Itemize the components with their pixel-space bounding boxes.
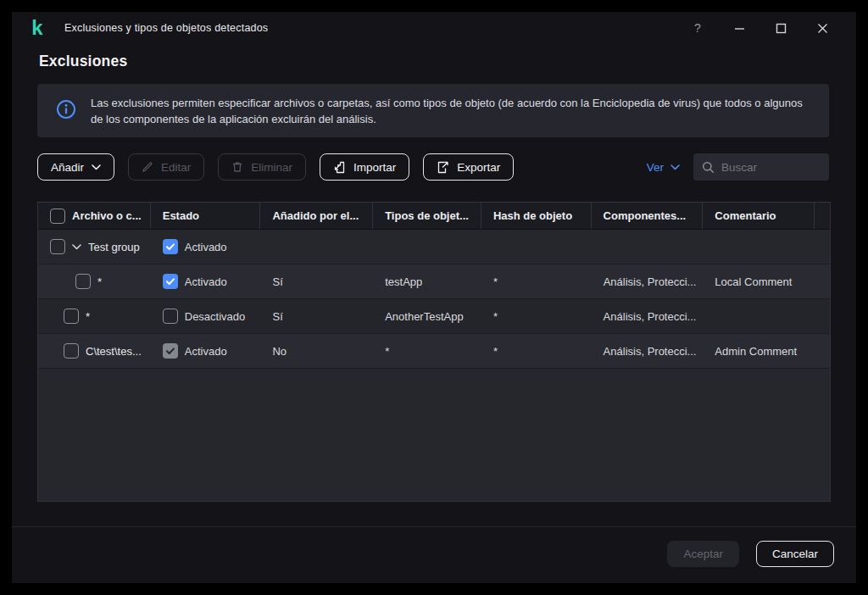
- cell-anadido: No: [260, 334, 373, 368]
- estado-label: Desactivado: [185, 310, 246, 323]
- cell-hash: [481, 230, 592, 264]
- row-name: C\test\tes...: [86, 345, 142, 358]
- cell-comentario: Admin Comment: [703, 334, 815, 368]
- cell-spacer: [815, 230, 830, 264]
- table-row[interactable]: Test group Activado: [38, 230, 830, 264]
- edit-button-label: Editar: [161, 161, 191, 174]
- table-body: Test group Activado * Activado Sí testAp…: [38, 230, 830, 369]
- cell-comentario: Local Comment: [703, 264, 815, 298]
- select-all-checkbox[interactable]: [50, 209, 65, 224]
- cell-hash: *: [481, 299, 592, 333]
- header-anadido[interactable]: Añadido por el...: [260, 203, 373, 229]
- cell-hash: *: [481, 334, 592, 368]
- delete-button-label: Eliminar: [251, 161, 292, 174]
- cell-tipos: *: [373, 334, 481, 368]
- estado-checkbox[interactable]: [163, 274, 178, 289]
- cell-componentes: [592, 230, 704, 264]
- cell-spacer: [815, 299, 830, 333]
- header-comentario[interactable]: Comentario: [703, 203, 815, 229]
- close-button[interactable]: [815, 21, 829, 35]
- maximize-button[interactable]: [774, 21, 787, 35]
- estado-checkbox[interactable]: [163, 343, 178, 359]
- view-dropdown[interactable]: Ver: [647, 161, 680, 174]
- estado-label: Activado: [185, 275, 227, 288]
- cell-anadido: Sí: [261, 264, 374, 298]
- search-box: [693, 153, 829, 181]
- cell-anadido: [260, 230, 373, 264]
- trash-icon: [231, 161, 243, 173]
- cell-estado: Activado: [151, 334, 261, 368]
- pencil-icon: [142, 161, 153, 173]
- cell-componentes: Análisis, Protecci...: [592, 264, 704, 298]
- cell-comentario: [703, 230, 815, 264]
- import-button[interactable]: Importar: [320, 153, 409, 181]
- cell-estado: Desactivado: [151, 299, 261, 333]
- info-text: Las exclusiones permiten especificar arc…: [91, 95, 810, 127]
- cell-estado: Activado: [151, 264, 261, 298]
- search-input[interactable]: [721, 161, 821, 174]
- minimize-button[interactable]: [732, 21, 746, 35]
- cancel-button[interactable]: Cancelar: [756, 541, 834, 567]
- row-select-checkbox[interactable]: [64, 343, 79, 359]
- toolbar: Añadir Editar Eliminar Importar Exportar…: [37, 153, 829, 181]
- row-select-checkbox[interactable]: [64, 309, 79, 324]
- cell-tipos: testApp: [373, 264, 481, 298]
- estado-checkbox[interactable]: [163, 309, 178, 324]
- window-controls: ?: [691, 21, 843, 35]
- cell-name: *: [38, 299, 151, 333]
- header-componentes[interactable]: Componentes...: [592, 203, 704, 229]
- info-banner: Las exclusiones permiten especificar arc…: [37, 84, 829, 137]
- cell-componentes: Análisis, Protecci...: [592, 299, 704, 333]
- table-header: Archivo o c... Estado Añadido por el... …: [37, 202, 831, 230]
- edit-button[interactable]: Editar: [128, 153, 204, 181]
- chevron-down-icon[interactable]: [72, 244, 81, 250]
- cell-hash: *: [481, 264, 592, 298]
- row-select-checkbox[interactable]: [50, 239, 65, 254]
- cell-name: C\test\tes...: [38, 334, 151, 368]
- view-dropdown-label: Ver: [647, 161, 664, 174]
- row-name: Test group: [88, 241, 140, 253]
- app-window: k Exclusiones y tipos de objetos detecta…: [12, 12, 856, 583]
- row-select-checkbox[interactable]: [75, 274, 91, 289]
- add-button[interactable]: Añadir: [37, 153, 114, 181]
- title-bar: k Exclusiones y tipos de objetos detecta…: [12, 12, 856, 44]
- cell-estado: Activado: [151, 230, 261, 264]
- cell-componentes: Análisis, Protecci...: [592, 334, 704, 368]
- add-button-label: Añadir: [51, 161, 84, 174]
- table-row[interactable]: * Desactivado Sí AnotherTestApp * Anális…: [38, 299, 830, 334]
- header-hash[interactable]: Hash de objeto: [481, 203, 592, 229]
- table-row[interactable]: C\test\tes... Activado No * * Análisis, …: [38, 334, 830, 369]
- chevron-down-icon: [92, 164, 101, 170]
- import-button-label: Importar: [353, 161, 396, 174]
- estado-checkbox[interactable]: [163, 239, 178, 254]
- exclusions-table: Archivo o c... Estado Añadido por el... …: [37, 203, 831, 502]
- cell-spacer: [815, 264, 830, 298]
- header-archivo[interactable]: Archivo o c...: [38, 203, 151, 229]
- ok-button[interactable]: Aceptar: [667, 541, 739, 567]
- search-icon: [702, 161, 715, 174]
- footer: Aceptar Cancelar: [12, 541, 834, 567]
- page-title: Exclusiones: [39, 53, 127, 70]
- info-icon: [56, 99, 76, 123]
- cell-tipos: [373, 230, 481, 264]
- row-name: *: [97, 275, 102, 288]
- row-name: *: [86, 310, 90, 323]
- cell-name: Test group: [38, 230, 151, 264]
- chevron-down-icon: [670, 164, 680, 170]
- help-button[interactable]: ?: [691, 21, 704, 35]
- cell-name: *: [38, 264, 151, 298]
- footer-divider: [12, 526, 856, 527]
- header-tipos[interactable]: Tipos de objet...: [373, 203, 481, 229]
- cell-comentario: [703, 299, 815, 333]
- export-button[interactable]: Exportar: [423, 153, 514, 181]
- cell-spacer: [815, 334, 830, 368]
- delete-button[interactable]: Eliminar: [218, 153, 306, 181]
- cell-tipos: AnotherTestApp: [373, 299, 481, 333]
- import-icon: [333, 161, 346, 174]
- export-icon: [437, 161, 449, 174]
- header-estado[interactable]: Estado: [151, 203, 261, 229]
- kaspersky-logo-icon: k: [27, 18, 47, 38]
- cell-anadido: Sí: [260, 299, 373, 333]
- table-row[interactable]: * Activado Sí testApp * Análisis, Protec…: [38, 264, 830, 299]
- window-title: Exclusiones y tipos de objetos detectado…: [64, 22, 268, 34]
